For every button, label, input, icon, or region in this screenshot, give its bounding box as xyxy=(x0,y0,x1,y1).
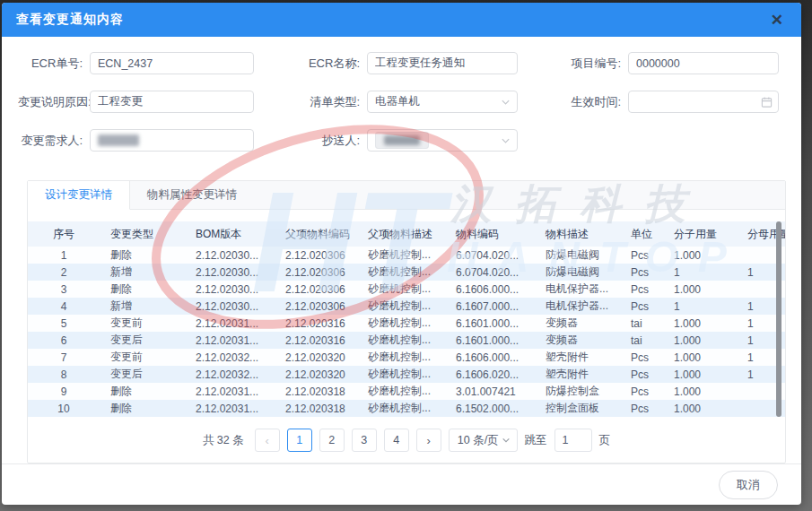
column-header: 变更类型 xyxy=(100,221,185,247)
table-cell: 5 xyxy=(28,315,100,332)
tab-material-attr-change-detail[interactable]: 物料属性变更详情 xyxy=(130,181,254,209)
page-size-value: 10 条/页 xyxy=(458,433,499,448)
change-reason-input[interactable] xyxy=(90,91,254,113)
redacted-name xyxy=(384,135,420,145)
table-cell: Pcs xyxy=(620,247,663,264)
table-cell: 2.12.020306 xyxy=(275,264,357,281)
table-cell: Pcs xyxy=(620,298,663,315)
jump-page-input[interactable] xyxy=(554,429,592,452)
effective-time-field[interactable] xyxy=(628,91,779,113)
pagination-total: 共 32 条 xyxy=(203,433,244,448)
table-row[interactable]: 7变更前2.12.02032...2.12.020320砂磨机控制...6.16… xyxy=(28,349,785,366)
table-cell: 1.000 xyxy=(663,383,737,400)
table-cell: 6.1601.000... xyxy=(445,315,535,332)
table-cell: 砂磨机控制... xyxy=(357,400,445,417)
detail-tabs-card: 设计变更详情 物料属性变更详情 序号变更类型BOM版本父项物料编码父项物料描述物… xyxy=(27,180,786,463)
ecr-no-label: ECR单号: xyxy=(18,56,90,72)
change-requester-input[interactable] xyxy=(90,129,254,152)
table-cell: 1.000 xyxy=(663,281,737,298)
table-cell: 7 xyxy=(28,349,100,366)
table-cell: 新增 xyxy=(100,298,185,315)
cancel-button[interactable]: 取消 xyxy=(719,471,778,499)
table-cell: tai xyxy=(620,315,663,332)
tab-label: 设计变更详情 xyxy=(45,187,112,203)
column-header: 单位 xyxy=(620,221,663,247)
table-cell: 变更后 xyxy=(100,332,185,349)
table-cell: 1.000 xyxy=(663,247,737,264)
close-icon[interactable]: ✕ xyxy=(767,11,787,30)
table-row[interactable]: 4新增2.12.02030...2.12.020306砂磨机控制...6.160… xyxy=(28,298,785,315)
dialog-header: 查看变更通知内容 ✕ xyxy=(2,3,801,37)
column-header: 物料描述 xyxy=(535,221,620,247)
change-table: 序号变更类型BOM版本父项物料编码父项物料描述物料编码物料描述单位分子用量分母用… xyxy=(28,221,785,417)
table-row[interactable]: 8变更后2.12.02032...2.12.020320砂磨机控制...6.16… xyxy=(28,366,785,383)
table-cell: Pcs xyxy=(620,349,663,366)
table-row[interactable]: 5变更前2.12.02031...2.12.020316砂磨机控制...6.16… xyxy=(28,315,785,332)
table-cell: 8 xyxy=(28,366,100,383)
change-table-wrap: 序号变更类型BOM版本父项物料编码父项物料描述物料编码物料描述单位分子用量分母用… xyxy=(28,221,785,417)
table-cell: tai xyxy=(620,332,663,349)
tab-strip: 设计变更详情 物料属性变更详情 xyxy=(28,181,785,210)
table-cell: 变更前 xyxy=(100,315,185,332)
table-cell: 2.12.020318 xyxy=(275,383,357,400)
table-cell: 2.12.02031... xyxy=(185,383,275,400)
ecr-name-label: ECR名称: xyxy=(254,56,367,72)
table-row[interactable]: 9删除2.12.02031...2.12.020318砂磨机控制...3.01.… xyxy=(28,383,785,400)
cc-person-select[interactable] xyxy=(367,129,518,152)
ecr-no-input[interactable] xyxy=(90,52,254,74)
page-size-select[interactable]: 10 条/页 xyxy=(449,429,518,452)
tab-design-change-detail[interactable]: 设计变更详情 xyxy=(28,181,130,210)
project-no-input[interactable] xyxy=(628,52,779,74)
tab-content: 序号变更类型BOM版本父项物料编码父项物料描述物料编码物料描述单位分子用量分母用… xyxy=(28,210,785,463)
page-button-3[interactable]: 3 xyxy=(352,429,377,452)
list-type-label: 清单类型: xyxy=(254,94,367,110)
table-row[interactable]: 2新增2.12.02030...2.12.020306砂磨机控制...6.070… xyxy=(28,264,785,281)
effective-time-label: 生效时间: xyxy=(518,94,628,110)
table-cell: 10 xyxy=(28,400,100,417)
page-button-2[interactable]: 2 xyxy=(319,429,345,452)
redacted-name xyxy=(98,134,139,146)
table-row[interactable]: 3删除2.12.02030...2.12.020306砂磨机控制...6.160… xyxy=(28,281,785,298)
table-cell: 1.000 xyxy=(663,315,737,332)
table-cell: 变频器 xyxy=(535,332,620,349)
table-cell: 砂磨机控制... xyxy=(357,332,445,349)
table-cell: 砂磨机控制... xyxy=(357,298,445,315)
table-cell: 2.12.02030... xyxy=(185,298,275,315)
table-cell: 电机保护器... xyxy=(535,281,620,298)
column-header: 父项物料编码 xyxy=(275,221,357,247)
next-page-button[interactable]: › xyxy=(416,429,441,452)
table-row[interactable]: 10删除2.12.02031...2.12.020318砂磨机控制...6.15… xyxy=(28,400,785,417)
table-row[interactable]: 1删除2.12.02030...2.12.020306砂磨机控制...6.070… xyxy=(28,247,785,264)
jump-label: 跳至 xyxy=(525,433,547,448)
table-header-row: 序号变更类型BOM版本父项物料编码父项物料描述物料编码物料描述单位分子用量分母用… xyxy=(28,221,785,247)
table-cell: 砂磨机控制... xyxy=(357,264,445,281)
project-no-label: 项目编号: xyxy=(518,56,628,72)
change-reason-label: 变更说明原因: xyxy=(18,94,90,110)
table-cell: 1.000 xyxy=(663,366,737,383)
table-cell: 6.1606.020... xyxy=(445,366,535,383)
list-type-value: 电器单机 xyxy=(375,94,420,109)
jump-unit: 页 xyxy=(599,433,611,448)
table-cell: 4 xyxy=(28,298,100,315)
table-cell: 变频器 xyxy=(535,315,620,332)
table-scrollbar[interactable] xyxy=(776,221,781,417)
table-cell: 2.12.02031... xyxy=(185,400,275,417)
table-cell: 砂磨机控制... xyxy=(357,366,445,383)
table-cell: 6.0704.020... xyxy=(445,264,535,281)
page-button-1[interactable]: 1 xyxy=(287,429,312,452)
column-header: 分子用量 xyxy=(663,221,737,247)
table-cell: 塑壳附件 xyxy=(535,366,620,383)
column-header: 父项物料描述 xyxy=(357,221,445,247)
list-type-select[interactable]: 电器单机 xyxy=(367,91,518,113)
chevron-down-icon xyxy=(501,135,511,145)
prev-page-button[interactable]: ‹ xyxy=(255,429,280,452)
effective-time-input[interactable] xyxy=(628,91,779,113)
table-row[interactable]: 6变更后2.12.02031...2.12.020316砂磨机控制...6.16… xyxy=(28,332,785,349)
table-cell: 6.1607.000... xyxy=(445,298,535,315)
table-cell: 塑壳附件 xyxy=(535,349,620,366)
table-cell: 2.12.020316 xyxy=(275,332,357,349)
table-cell: 2.12.020320 xyxy=(275,366,357,383)
pagination-pages: 1234 xyxy=(287,429,409,452)
page-button-4[interactable]: 4 xyxy=(384,429,409,452)
ecr-name-input[interactable] xyxy=(367,52,518,74)
